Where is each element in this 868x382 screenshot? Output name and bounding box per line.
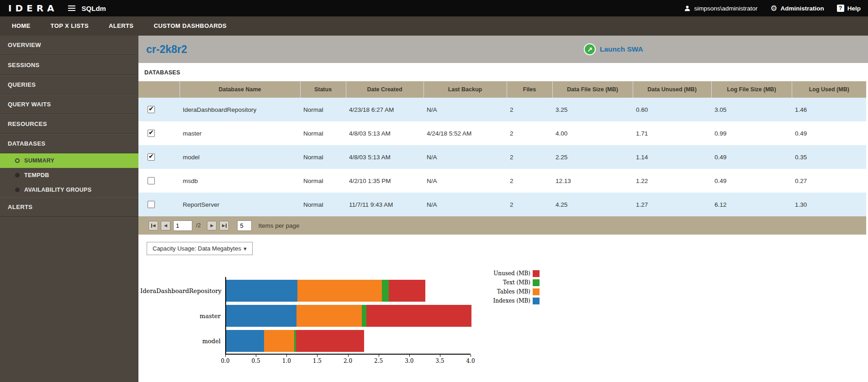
column-header-database-name[interactable]: Database Name	[180, 81, 300, 98]
main-nav: HOMETOP X LISTSALERTSCUSTOM DASHBOARDS	[0, 16, 868, 36]
column-header-date-created[interactable]: Date Created	[346, 81, 423, 98]
sidebar-item-overview[interactable]: OVERVIEW	[0, 36, 138, 55]
row-checkbox[interactable]	[148, 201, 155, 208]
cell-status: Normal	[300, 193, 346, 216]
x-tick-label: 3.5	[435, 358, 444, 364]
sidebar-item-label: QUERY WAITS	[8, 101, 51, 108]
column-header-files[interactable]: Files	[507, 81, 552, 98]
administration-menu[interactable]: ⚙ Administration	[770, 5, 824, 12]
sidebar-item-alerts[interactable]: ALERTS	[0, 197, 138, 217]
cell-database-name[interactable]: master	[180, 121, 300, 145]
administration-label: Administration	[780, 5, 824, 12]
content-area: DATABASES Database NameStatusDate Create…	[138, 63, 868, 382]
row-checkbox-cell	[138, 169, 180, 193]
category-label: master	[140, 313, 221, 319]
cell-files: 2	[507, 169, 552, 193]
legend-swatch	[533, 298, 540, 304]
sidebar-item-label: QUERIES	[8, 81, 36, 88]
sidebar-item-label: RESOURCES	[8, 120, 47, 127]
legend-label: Indexes (MB)	[493, 298, 530, 304]
cell-database-name[interactable]: ReportServer	[180, 193, 300, 216]
sidebar-item-label: AVAILABILITY GROUPS	[24, 187, 91, 193]
page-number-input[interactable]	[173, 220, 192, 231]
bar-segment-unused-mb	[296, 330, 364, 352]
nav-item-top-x-lists[interactable]: TOP X LISTS	[41, 16, 99, 36]
nav-item-home[interactable]: HOME	[2, 16, 41, 36]
pagination-last-button[interactable]: ▶	[219, 221, 229, 230]
legend-swatch	[533, 279, 540, 286]
topbar: IDERA SQLdm simpsons\administrator ⚙ Adm…	[0, 0, 868, 16]
cell-date-created: 4/8/03 5:13 AM	[346, 121, 423, 145]
sidebar-item-availability-groups[interactable]: AVAILABILITY GROUPS	[0, 183, 138, 197]
cell-files: 2	[507, 121, 552, 145]
nav-item-custom-dashboards[interactable]: CUSTOM DASHBOARDS	[143, 16, 237, 36]
legend-label: Tables (MB)	[497, 288, 530, 295]
topbar-right: simpsons\administrator ⚙ Administration …	[684, 5, 861, 12]
items-per-page-input[interactable]	[237, 220, 252, 231]
cell-log-file-size-mb: 0.99	[711, 121, 792, 145]
cell-files: 2	[507, 193, 552, 216]
capacity-usage-dropdown[interactable]: Capacity Usage: Data Megabytes ▼	[147, 242, 253, 255]
x-tick	[286, 355, 287, 357]
topbar-left: IDERA SQLdm	[8, 3, 106, 14]
column-header-last-backup[interactable]: Last Backup	[423, 81, 507, 98]
cell-database-name[interactable]: model	[180, 145, 300, 169]
sidebar-item-label: OVERVIEW	[8, 42, 41, 48]
cell-log-used-mb: 1.46	[792, 98, 866, 121]
pagination-first-button[interactable]: ◀	[148, 221, 158, 230]
column-header-log-used-mb[interactable]: Log Used (MB)	[792, 81, 866, 98]
column-header-data-file-size-mb[interactable]: Data File Size (MB)	[552, 81, 633, 98]
pagination-next-button[interactable]: ▶	[207, 221, 217, 230]
nav-item-alerts[interactable]: ALERTS	[99, 16, 143, 36]
cell-data-file-size-mb: 4.25	[552, 193, 633, 216]
row-checkbox[interactable]	[148, 130, 155, 137]
bullet-icon	[15, 158, 20, 163]
databases-section-label: DATABASES	[138, 63, 868, 81]
cell-data-file-size-mb: 2.25	[552, 145, 633, 169]
sidebar-item-label: DATABASES	[8, 140, 46, 147]
row-checkbox[interactable]	[148, 106, 155, 113]
row-checkbox[interactable]	[148, 153, 155, 161]
cell-last-backup: N/A	[423, 145, 507, 169]
table-header-row: Database NameStatusDate CreatedLast Back…	[138, 81, 866, 98]
table-row: ReportServerNormal11/7/11 9:43 AMN/A24.2…	[138, 193, 866, 216]
launch-swa-button[interactable]: ↗ Launch SWA	[584, 36, 643, 63]
sidebar-item-databases[interactable]: DATABASES	[0, 134, 138, 153]
user-menu[interactable]: simpsons\administrator	[684, 5, 757, 12]
cell-log-file-size-mb: 0.49	[711, 169, 792, 193]
cell-data-unused-mb: 1.22	[633, 169, 711, 193]
x-tick-label: 1.5	[313, 358, 322, 364]
sidebar-item-sessions[interactable]: SESSIONS	[0, 55, 138, 75]
cell-log-used-mb: 1.30	[792, 193, 866, 216]
x-tick	[348, 355, 349, 357]
sidebar-item-query-waits[interactable]: QUERY WAITS	[0, 94, 138, 114]
cell-date-created: 4/23/18 6:27 AM	[346, 98, 423, 121]
sidebar-item-queries[interactable]: QUERIES	[0, 75, 138, 94]
category-label: model	[140, 338, 221, 345]
sidebar-item-tempdb[interactable]: TEMPDB	[0, 168, 138, 183]
chevron-down-icon: ▼	[243, 246, 248, 251]
bar-segment-indexes-mb	[226, 280, 297, 302]
bar-segment-text-mb	[362, 305, 367, 327]
legend-swatch	[533, 270, 540, 277]
prev-page-icon: ◀	[164, 224, 167, 228]
cell-database-name[interactable]: IderaDashboardRepository	[180, 98, 300, 121]
column-header-log-file-size-mb[interactable]: Log File Size (MB)	[711, 81, 792, 98]
x-tick-label: 0.5	[252, 358, 260, 364]
column-header-data-unused-mb[interactable]: Data Unused (MB)	[633, 81, 711, 98]
help-menu[interactable]: ? Help	[837, 5, 861, 12]
cell-data-unused-mb: 0.60	[633, 98, 711, 121]
page-title: cr-2k8r2	[146, 43, 187, 56]
bar-segment-text-mb	[382, 280, 389, 302]
menu-icon[interactable]	[68, 8, 75, 9]
sidebar-item-resources[interactable]: RESOURCES	[0, 114, 138, 134]
bar-master	[226, 305, 471, 327]
sidebar-item-summary[interactable]: SUMMARY	[0, 153, 138, 168]
cell-log-used-mb: 0.49	[792, 121, 866, 145]
row-checkbox[interactable]	[148, 177, 155, 184]
x-tick	[471, 355, 471, 357]
cell-data-unused-mb: 1.27	[633, 193, 711, 216]
column-header-status[interactable]: Status	[300, 81, 346, 98]
pagination-prev-button[interactable]: ◀	[161, 221, 170, 230]
cell-database-name[interactable]: msdb	[180, 169, 300, 193]
